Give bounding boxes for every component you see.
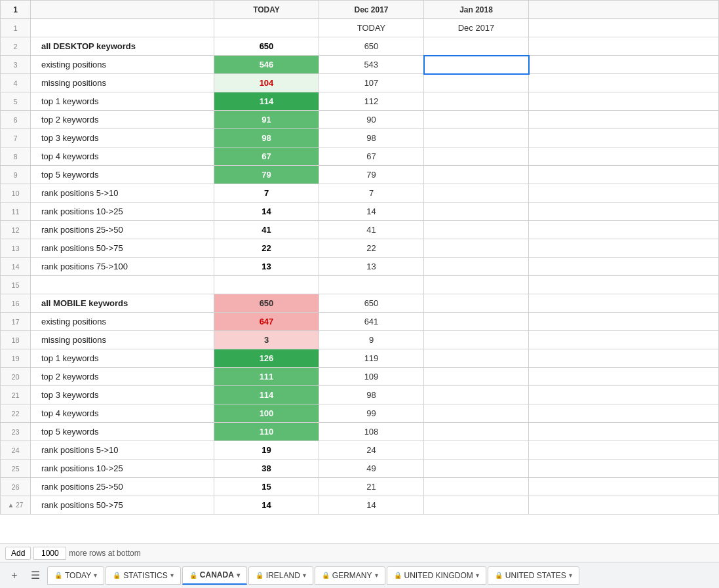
- tab-dropdown-arrow[interactable]: ▾: [170, 572, 174, 579]
- jan-value[interactable]: [424, 203, 529, 221]
- sheet-tab-united-kingdom[interactable]: 🔒UNITED KINGDOM ▾: [387, 566, 486, 585]
- jan-value[interactable]: [424, 258, 529, 276]
- today-value[interactable]: 13: [214, 258, 319, 276]
- jan-value[interactable]: [424, 460, 529, 478]
- today-value[interactable]: 98: [214, 129, 319, 147]
- jan-value[interactable]: [424, 331, 529, 349]
- dec-value[interactable]: 112: [319, 92, 424, 111]
- jan-value[interactable]: [424, 313, 529, 331]
- today-value[interactable]: 104: [214, 74, 319, 92]
- jan-value[interactable]: [424, 496, 529, 515]
- today-value[interactable]: 41: [214, 221, 319, 239]
- dec-value[interactable]: 109: [319, 368, 424, 386]
- jan-value[interactable]: [424, 386, 529, 404]
- lock-icon: 🔒: [495, 572, 503, 579]
- jan-value[interactable]: Dec 2017: [424, 19, 529, 37]
- jan-value[interactable]: [424, 276, 529, 294]
- sheet-tab-today[interactable]: 🔒TODAY ▾: [47, 566, 104, 585]
- jan-value[interactable]: [424, 221, 529, 239]
- add-sheet-icon[interactable]: +: [5, 566, 24, 585]
- jan-value[interactable]: [424, 239, 529, 258]
- today-value[interactable]: 7: [214, 184, 319, 203]
- jan-value[interactable]: [424, 404, 529, 423]
- today-value[interactable]: 14: [214, 203, 319, 221]
- dec-value[interactable]: 98: [319, 386, 424, 404]
- dec-value[interactable]: 41: [319, 221, 424, 239]
- jan-value[interactable]: [424, 56, 529, 74]
- tab-dropdown-arrow[interactable]: ▾: [303, 572, 306, 579]
- today-value[interactable]: 15: [214, 478, 319, 496]
- dec-value[interactable]: 21: [319, 478, 424, 496]
- dec-value[interactable]: 24: [319, 441, 424, 460]
- sheet-tab-germany[interactable]: 🔒GERMANY ▾: [315, 566, 385, 585]
- today-value[interactable]: 91: [214, 111, 319, 129]
- today-value[interactable]: 100: [214, 404, 319, 423]
- today-value[interactable]: 22: [214, 239, 319, 258]
- today-value[interactable]: 546: [214, 56, 319, 74]
- dec-value[interactable]: 99: [319, 404, 424, 423]
- sheet-tab-ireland[interactable]: 🔒IRELAND ▾: [248, 566, 313, 585]
- today-value[interactable]: 650: [214, 294, 319, 313]
- jan-value[interactable]: [424, 92, 529, 111]
- tab-dropdown-arrow[interactable]: ▾: [237, 572, 240, 579]
- dec-value[interactable]: 650: [319, 37, 424, 56]
- today-value[interactable]: [214, 276, 319, 294]
- jan-value[interactable]: [424, 37, 529, 56]
- dec-value[interactable]: 13: [319, 258, 424, 276]
- dec-value[interactable]: 22: [319, 239, 424, 258]
- dec-value[interactable]: 108: [319, 423, 424, 441]
- dec-value[interactable]: 98: [319, 129, 424, 147]
- today-value[interactable]: 79: [214, 166, 319, 184]
- dec-value[interactable]: 79: [319, 166, 424, 184]
- today-value[interactable]: 19: [214, 441, 319, 460]
- jan-value[interactable]: [424, 111, 529, 129]
- dec-value[interactable]: 641: [319, 313, 424, 331]
- add-rows-button[interactable]: Add: [5, 547, 31, 560]
- today-value[interactable]: 14: [214, 496, 319, 515]
- jan-value[interactable]: [424, 423, 529, 441]
- jan-value[interactable]: [424, 166, 529, 184]
- jan-value[interactable]: [424, 441, 529, 460]
- dec-value[interactable]: 67: [319, 147, 424, 166]
- tab-dropdown-arrow[interactable]: ▾: [569, 572, 572, 579]
- today-value[interactable]: 111: [214, 368, 319, 386]
- today-value[interactable]: 114: [214, 92, 319, 111]
- dec-value[interactable]: 49: [319, 460, 424, 478]
- sheet-tab-canada[interactable]: 🔒CANADA ▾: [182, 566, 247, 585]
- dec-value[interactable]: 9: [319, 331, 424, 349]
- today-value[interactable]: 647: [214, 313, 319, 331]
- menu-icon[interactable]: ☰: [26, 566, 45, 585]
- sheet-tab-united-states[interactable]: 🔒UNITED STATES ▾: [488, 566, 579, 585]
- today-value[interactable]: [214, 19, 319, 37]
- jan-value[interactable]: [424, 147, 529, 166]
- dec-value[interactable]: 543: [319, 56, 424, 74]
- today-value[interactable]: 650: [214, 37, 319, 56]
- jan-value[interactable]: [424, 129, 529, 147]
- jan-value[interactable]: [424, 349, 529, 368]
- dec-value[interactable]: 107: [319, 74, 424, 92]
- today-value[interactable]: 126: [214, 349, 319, 368]
- tab-dropdown-arrow[interactable]: ▾: [476, 572, 479, 579]
- today-value[interactable]: 3: [214, 331, 319, 349]
- dec-value[interactable]: [319, 276, 424, 294]
- jan-value[interactable]: [424, 184, 529, 203]
- today-value[interactable]: 38: [214, 460, 319, 478]
- dec-value[interactable]: 7: [319, 184, 424, 203]
- dec-value[interactable]: 14: [319, 496, 424, 515]
- dec-value[interactable]: 14: [319, 203, 424, 221]
- today-value[interactable]: 114: [214, 386, 319, 404]
- tab-dropdown-arrow[interactable]: ▾: [375, 572, 378, 579]
- dec-value[interactable]: 650: [319, 294, 424, 313]
- row-count-input[interactable]: [33, 547, 66, 560]
- tab-dropdown-arrow[interactable]: ▾: [94, 572, 97, 579]
- dec-value[interactable]: 119: [319, 349, 424, 368]
- jan-value[interactable]: [424, 74, 529, 92]
- dec-value[interactable]: 90: [319, 111, 424, 129]
- jan-value[interactable]: [424, 478, 529, 496]
- dec-value[interactable]: TODAY: [319, 19, 424, 37]
- jan-value[interactable]: [424, 294, 529, 313]
- sheet-tab-statistics[interactable]: 🔒STATISTICS ▾: [106, 566, 181, 585]
- jan-value[interactable]: [424, 368, 529, 386]
- today-value[interactable]: 110: [214, 423, 319, 441]
- today-value[interactable]: 67: [214, 147, 319, 166]
